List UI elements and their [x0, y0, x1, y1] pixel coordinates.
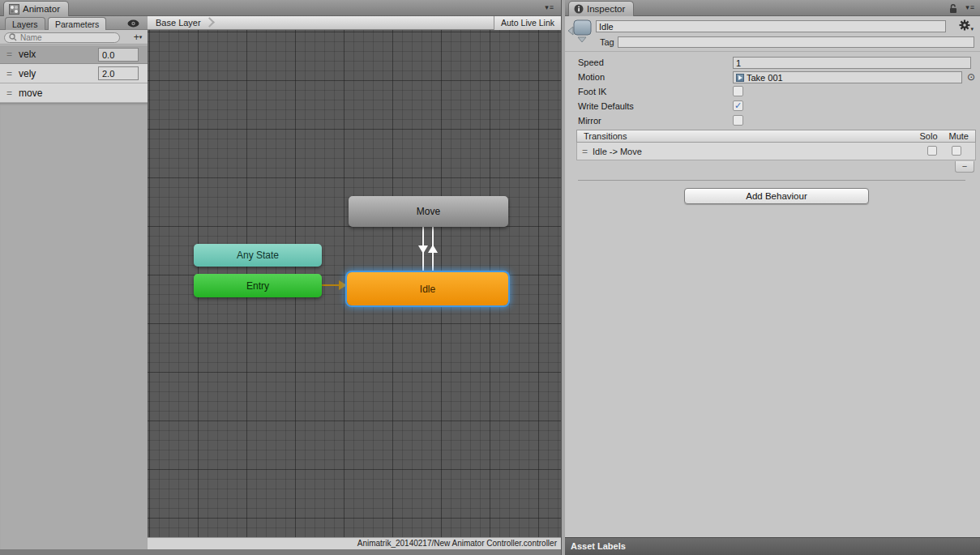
drag-handle-icon[interactable]: =: [582, 146, 588, 157]
layers-tab-label: Layers: [12, 19, 38, 29]
unity-editor-window: Animator ▾≡ Layers Parameters +▾ =: [0, 0, 980, 555]
state-name-field[interactable]: [596, 20, 946, 32]
write-defaults-checkbox-checked[interactable]: ✓: [733, 100, 743, 111]
breadcrumb-chevron-icon: [204, 17, 215, 28]
parameter-row-move[interactable]: = move: [0, 83, 148, 103]
add-behaviour-label: Add Behaviour: [746, 191, 807, 201]
divider: [578, 180, 965, 181]
transitions-section: Transitions Solo Mute = Idle -> Move −: [576, 130, 976, 175]
animator-tab-label: Animator: [23, 4, 60, 14]
mute-column-header: Mute: [949, 131, 969, 141]
parameter-search-row: +▾: [0, 30, 148, 45]
eye-icon[interactable]: [127, 19, 139, 28]
parameter-value-field[interactable]: [98, 48, 139, 62]
search-input[interactable]: [20, 33, 101, 42]
mute-checkbox[interactable]: [952, 146, 961, 156]
state-node-idle-selected[interactable]: Idle: [347, 272, 508, 305]
animator-panel-menu-icon[interactable]: ▾≡: [545, 3, 554, 11]
state-machine-canvas[interactable]: Move Any State Entry Idle: [148, 30, 561, 537]
motion-object-field[interactable]: Take 001: [733, 71, 962, 83]
state-node-move[interactable]: Move: [349, 196, 508, 227]
drag-handle-icon[interactable]: =: [6, 88, 12, 99]
tab-animator[interactable]: Animator: [3, 1, 69, 16]
tag-field[interactable]: [618, 36, 974, 48]
mirror-checkbox[interactable]: [733, 115, 743, 126]
object-picker-icon[interactable]: ⊙: [967, 71, 975, 83]
solo-column-header: Solo: [920, 131, 938, 141]
state-node-any-state[interactable]: Any State: [194, 244, 322, 267]
asset-labels-title: Asset Labels: [571, 541, 626, 551]
breadcrumb-bar: Base Layer Auto Live Link: [148, 16, 561, 30]
mirror-label: Mirror: [578, 116, 601, 126]
transition-row-idle-move[interactable]: = Idle -> Move: [576, 143, 976, 160]
transition-arrowhead-up-icon: [428, 245, 438, 253]
remove-transition-button[interactable]: −: [955, 161, 974, 173]
breadcrumb-label: Base Layer: [156, 18, 201, 28]
tab-inspector[interactable]: Inspector: [568, 1, 634, 16]
state-node-entry[interactable]: Entry: [194, 274, 322, 297]
state-node-label: Move: [417, 206, 440, 217]
foot-ik-checkbox[interactable]: [733, 86, 743, 96]
asset-labels-bar[interactable]: Asset Labels: [565, 537, 980, 555]
state-node-label: Entry: [246, 280, 269, 292]
inspector-panel: ▾ Tag Speed Motion Take 001 ⊙ Foot IK Wr…: [565, 16, 980, 537]
parameter-search-box[interactable]: [4, 32, 120, 43]
animator-state-icon: [567, 19, 595, 43]
settings-gear-icon[interactable]: ▾: [959, 19, 974, 32]
transitions-title: Transitions: [584, 131, 627, 141]
speed-field[interactable]: [733, 57, 971, 69]
inspector-tabbar: Inspector ▾≡: [565, 0, 980, 16]
controller-path-label: Animatrik_20140217/New Animator Controll…: [357, 539, 557, 548]
motion-label: Motion: [578, 72, 605, 82]
state-node-label: Idle: [420, 284, 435, 295]
auto-live-link-label: Auto Live Link: [501, 18, 554, 28]
tab-layers[interactable]: Layers: [5, 17, 45, 30]
transitions-list-footer: −: [576, 160, 976, 175]
entry-arrowhead-icon: [339, 280, 347, 290]
transition-arrowhead-down-icon: [418, 245, 428, 254]
drag-handle-icon[interactable]: =: [6, 68, 12, 79]
parameters-panel-background: [0, 103, 148, 549]
state-node-label: Any State: [237, 250, 279, 261]
inspector-tab-label: Inspector: [587, 4, 625, 14]
divider: [565, 51, 980, 52]
add-parameter-button[interactable]: +▾: [131, 31, 144, 43]
transitions-header: Transitions Solo Mute: [576, 130, 976, 143]
add-behaviour-button[interactable]: Add Behaviour: [684, 188, 869, 204]
drag-handle-icon[interactable]: =: [6, 49, 12, 60]
inspector-icon: [574, 4, 584, 14]
foot-ik-label: Foot IK: [578, 87, 606, 96]
transition-row-label: Idle -> Move: [593, 147, 642, 156]
tab-parameters[interactable]: Parameters: [48, 17, 106, 30]
breadcrumb[interactable]: Base Layer: [156, 16, 201, 30]
motion-value: Take 001: [747, 73, 783, 83]
write-defaults-label: Write Defaults: [578, 101, 634, 111]
layers-parameters-tabbar: Layers Parameters: [0, 16, 148, 30]
parameter-name: move: [19, 88, 42, 99]
auto-live-link-button[interactable]: Auto Live Link: [494, 16, 561, 30]
search-icon: [9, 33, 18, 42]
animator-icon: [9, 4, 19, 15]
parameter-name: vely: [19, 68, 36, 79]
animation-clip-icon: [736, 74, 744, 82]
parameter-name: velx: [19, 49, 36, 60]
tag-label: Tag: [600, 37, 614, 47]
solo-checkbox[interactable]: [927, 146, 937, 156]
lock-icon[interactable]: [948, 3, 957, 14]
inspector-panel-menu-icon[interactable]: ▾≡: [965, 3, 975, 11]
parameter-value-field[interactable]: [98, 66, 139, 80]
speed-label: Speed: [578, 58, 604, 67]
parameter-row-velx[interactable]: = velx: [0, 45, 148, 64]
plus-icon: +: [134, 32, 139, 43]
animator-tabbar: Animator ▾≡: [0, 0, 561, 16]
inspector-header: ▾ Tag: [565, 16, 980, 51]
controller-path-statusbar: Animatrik_20140217/New Animator Controll…: [148, 537, 561, 549]
parameters-tab-label: Parameters: [55, 19, 99, 29]
parameter-row-vely[interactable]: = vely: [0, 64, 148, 83]
